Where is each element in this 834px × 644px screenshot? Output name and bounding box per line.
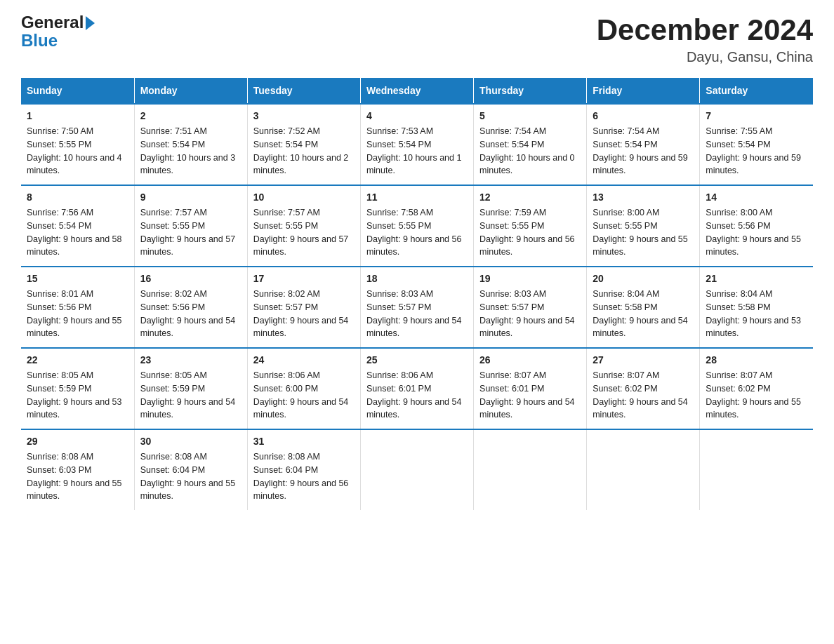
page-subtitle: Dayu, Gansu, China — [597, 49, 813, 65]
day-info: Sunrise: 7:57 AMSunset: 5:55 PMDaylight:… — [140, 208, 236, 257]
calendar-week-row: 1 Sunrise: 7:50 AMSunset: 5:55 PMDayligh… — [21, 104, 813, 185]
day-number: 26 — [479, 353, 581, 368]
page-title: December 2024 — [597, 14, 813, 46]
calendar-cell: 23 Sunrise: 8:05 AMSunset: 5:59 PMDaylig… — [134, 348, 247, 429]
column-header-sunday: Sunday — [21, 78, 134, 104]
calendar-cell: 24 Sunrise: 8:06 AMSunset: 6:00 PMDaylig… — [247, 348, 360, 429]
calendar-cell — [700, 429, 813, 510]
calendar-cell: 22 Sunrise: 8:05 AMSunset: 5:59 PMDaylig… — [21, 348, 134, 429]
day-info: Sunrise: 8:02 AMSunset: 5:56 PMDaylight:… — [140, 289, 236, 338]
calendar-cell: 31 Sunrise: 8:08 AMSunset: 6:04 PMDaylig… — [247, 429, 360, 510]
day-number: 6 — [593, 109, 694, 123]
day-number: 30 — [140, 434, 241, 449]
day-info: Sunrise: 8:08 AMSunset: 6:03 PMDaylight:… — [27, 452, 122, 501]
column-header-thursday: Thursday — [474, 78, 587, 104]
logo-general-text: General — [21, 14, 84, 31]
calendar-cell: 15 Sunrise: 8:01 AMSunset: 5:56 PMDaylig… — [21, 267, 134, 348]
calendar-cell: 8 Sunrise: 7:56 AMSunset: 5:54 PMDayligh… — [21, 185, 134, 267]
day-number: 1 — [27, 109, 128, 123]
page-header: General Blue December 2024 Dayu, Gansu, … — [21, 14, 813, 65]
calendar-cell: 1 Sunrise: 7:50 AMSunset: 5:55 PMDayligh… — [21, 104, 134, 185]
day-number: 5 — [479, 109, 581, 123]
calendar-cell: 18 Sunrise: 8:03 AMSunset: 5:57 PMDaylig… — [360, 267, 473, 348]
calendar-cell: 9 Sunrise: 7:57 AMSunset: 5:55 PMDayligh… — [134, 185, 247, 267]
day-number: 2 — [140, 109, 241, 123]
day-info: Sunrise: 7:58 AMSunset: 5:55 PMDaylight:… — [366, 208, 462, 257]
calendar-week-row: 15 Sunrise: 8:01 AMSunset: 5:56 PMDaylig… — [21, 267, 813, 348]
day-info: Sunrise: 8:01 AMSunset: 5:56 PMDaylight:… — [27, 289, 122, 338]
day-number: 13 — [593, 190, 694, 205]
day-info: Sunrise: 7:50 AMSunset: 5:55 PMDaylight:… — [27, 126, 122, 175]
day-number: 16 — [140, 271, 241, 286]
calendar-cell: 27 Sunrise: 8:07 AMSunset: 6:02 PMDaylig… — [587, 348, 700, 429]
logo-blue-text: Blue — [21, 31, 58, 50]
day-info: Sunrise: 8:08 AMSunset: 6:04 PMDaylight:… — [140, 452, 236, 501]
calendar-cell: 19 Sunrise: 8:03 AMSunset: 5:57 PMDaylig… — [474, 267, 587, 348]
day-info: Sunrise: 7:59 AMSunset: 5:55 PMDaylight:… — [479, 208, 575, 257]
day-info: Sunrise: 8:02 AMSunset: 5:57 PMDaylight:… — [253, 289, 349, 338]
day-number: 21 — [706, 271, 807, 286]
logo: General Blue — [21, 14, 95, 51]
column-header-tuesday: Tuesday — [247, 78, 360, 104]
day-info: Sunrise: 8:06 AMSunset: 6:01 PMDaylight:… — [366, 370, 462, 420]
day-info: Sunrise: 8:08 AMSunset: 6:04 PMDaylight:… — [253, 452, 349, 501]
column-header-wednesday: Wednesday — [360, 78, 473, 104]
calendar-header-row: SundayMondayTuesdayWednesdayThursdayFrid… — [21, 78, 813, 104]
calendar-week-row: 8 Sunrise: 7:56 AMSunset: 5:54 PMDayligh… — [21, 185, 813, 267]
day-number: 10 — [253, 190, 355, 205]
column-header-saturday: Saturday — [700, 78, 813, 104]
day-number: 24 — [253, 353, 355, 368]
day-number: 19 — [479, 271, 581, 286]
day-info: Sunrise: 8:05 AMSunset: 5:59 PMDaylight:… — [27, 370, 122, 420]
day-info: Sunrise: 8:06 AMSunset: 6:00 PMDaylight:… — [253, 370, 349, 420]
day-number: 18 — [366, 271, 468, 286]
day-info: Sunrise: 8:00 AMSunset: 5:56 PMDaylight:… — [706, 208, 801, 257]
day-number: 23 — [140, 353, 241, 368]
day-info: Sunrise: 8:00 AMSunset: 5:55 PMDaylight:… — [593, 208, 688, 257]
calendar-cell: 6 Sunrise: 7:54 AMSunset: 5:54 PMDayligh… — [587, 104, 700, 185]
day-info: Sunrise: 8:07 AMSunset: 6:01 PMDaylight:… — [479, 370, 575, 420]
day-number: 4 — [366, 109, 468, 123]
day-number: 25 — [366, 353, 468, 368]
day-info: Sunrise: 7:55 AMSunset: 5:54 PMDaylight:… — [706, 126, 801, 175]
calendar-cell: 25 Sunrise: 8:06 AMSunset: 6:01 PMDaylig… — [360, 348, 473, 429]
day-number: 9 — [140, 190, 241, 205]
calendar-cell: 11 Sunrise: 7:58 AMSunset: 5:55 PMDaylig… — [360, 185, 473, 267]
calendar-cell: 7 Sunrise: 7:55 AMSunset: 5:54 PMDayligh… — [700, 104, 813, 185]
calendar-cell: 12 Sunrise: 7:59 AMSunset: 5:55 PMDaylig… — [474, 185, 587, 267]
day-info: Sunrise: 8:04 AMSunset: 5:58 PMDaylight:… — [593, 289, 688, 338]
day-info: Sunrise: 7:56 AMSunset: 5:54 PMDaylight:… — [27, 208, 122, 257]
day-info: Sunrise: 7:53 AMSunset: 5:54 PMDaylight:… — [366, 126, 462, 175]
calendar-cell: 30 Sunrise: 8:08 AMSunset: 6:04 PMDaylig… — [134, 429, 247, 510]
day-number: 15 — [27, 271, 128, 286]
day-number: 11 — [366, 190, 468, 205]
day-number: 17 — [253, 271, 355, 286]
day-number: 29 — [27, 434, 128, 449]
calendar-cell — [587, 429, 700, 510]
day-number: 31 — [253, 434, 355, 449]
day-info: Sunrise: 7:51 AMSunset: 5:54 PMDaylight:… — [140, 126, 236, 175]
day-info: Sunrise: 8:07 AMSunset: 6:02 PMDaylight:… — [706, 370, 801, 420]
day-number: 14 — [706, 190, 807, 205]
day-number: 22 — [27, 353, 128, 368]
calendar-cell: 17 Sunrise: 8:02 AMSunset: 5:57 PMDaylig… — [247, 267, 360, 348]
day-info: Sunrise: 7:54 AMSunset: 5:54 PMDaylight:… — [593, 126, 688, 175]
column-header-monday: Monday — [134, 78, 247, 104]
day-number: 27 — [593, 353, 694, 368]
calendar-cell: 13 Sunrise: 8:00 AMSunset: 5:55 PMDaylig… — [587, 185, 700, 267]
day-info: Sunrise: 8:07 AMSunset: 6:02 PMDaylight:… — [593, 370, 688, 420]
column-header-friday: Friday — [587, 78, 700, 104]
calendar-cell: 16 Sunrise: 8:02 AMSunset: 5:56 PMDaylig… — [134, 267, 247, 348]
day-info: Sunrise: 7:52 AMSunset: 5:54 PMDaylight:… — [253, 126, 349, 175]
calendar-cell: 26 Sunrise: 8:07 AMSunset: 6:01 PMDaylig… — [474, 348, 587, 429]
day-number: 12 — [479, 190, 581, 205]
day-number: 7 — [706, 109, 807, 123]
calendar-cell: 20 Sunrise: 8:04 AMSunset: 5:58 PMDaylig… — [587, 267, 700, 348]
day-number: 3 — [253, 109, 355, 123]
title-block: December 2024 Dayu, Gansu, China — [597, 14, 813, 65]
day-info: Sunrise: 7:54 AMSunset: 5:54 PMDaylight:… — [479, 126, 575, 175]
calendar-cell — [360, 429, 473, 510]
calendar-cell: 29 Sunrise: 8:08 AMSunset: 6:03 PMDaylig… — [21, 429, 134, 510]
calendar-cell: 14 Sunrise: 8:00 AMSunset: 5:56 PMDaylig… — [700, 185, 813, 267]
day-number: 28 — [706, 353, 807, 368]
